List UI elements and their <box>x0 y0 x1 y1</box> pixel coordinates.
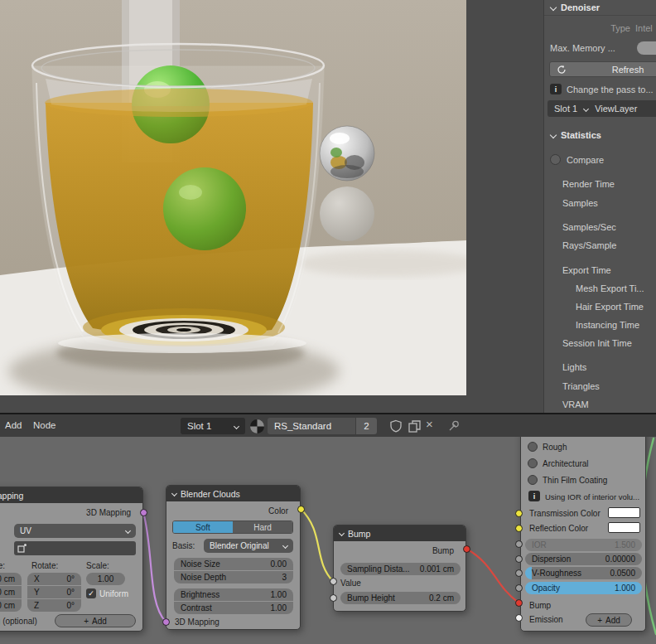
clouds-node-header[interactable]: Blender Clouds <box>166 486 300 501</box>
users-count-button[interactable]: 2 <box>356 418 377 434</box>
bump-output-label: Bump <box>432 546 454 555</box>
viewlayer-value[interactable]: ViewLayer <box>595 104 637 114</box>
chevron-down-icon <box>550 4 557 11</box>
slot-value[interactable]: Slot 1 <box>554 104 577 114</box>
node-menu[interactable]: Node <box>33 420 56 430</box>
soft-button[interactable]: Soft <box>173 521 233 533</box>
reflection-color-swatch[interactable] <box>608 522 640 533</box>
emission-add-button[interactable]: + Add <box>586 613 632 627</box>
basis-value: Blender Original <box>210 541 269 550</box>
slot-dropdown-value: Slot 1 <box>187 421 211 431</box>
compare-toggle-circle[interactable] <box>550 154 561 165</box>
transmission-input-socket[interactable] <box>515 510 523 517</box>
rotate-label: Rotate: <box>31 561 58 570</box>
wire-purple <box>143 512 166 622</box>
bump-output-socket[interactable] <box>463 545 470 553</box>
thin-film-toggle[interactable] <box>528 475 538 485</box>
translate-y-field[interactable]: 0 cm <box>0 586 22 598</box>
rotate-y-field[interactable]: Y0° <box>27 586 81 598</box>
mapping-output-socket[interactable] <box>140 509 147 516</box>
sampling-distance-slider[interactable]: Sampling Dista...0.001 cm <box>340 563 461 575</box>
translate-z-field[interactable]: 0 cm <box>0 599 22 612</box>
reflection-input-socket[interactable] <box>515 525 523 532</box>
mapping-node[interactable]: Mapping 3D Mapping UV Object: Translate:… <box>0 487 143 632</box>
mapping-add-label: Add <box>92 617 107 626</box>
v-roughness-input-socket[interactable] <box>515 569 523 577</box>
statistics-section-header[interactable]: Statistics <box>551 130 656 140</box>
object-icon <box>17 543 27 554</box>
architectural-toggle[interactable] <box>528 458 538 468</box>
slot-layer-selector[interactable]: Slot 1 ViewLayer <box>547 100 656 117</box>
mapping-add-button[interactable]: + Add <box>55 614 136 627</box>
stat-instancing: Instancing Time <box>576 320 639 330</box>
rotate-x-field[interactable]: X0° <box>27 573 81 585</box>
basis-dropdown[interactable]: Blender Original <box>204 539 293 553</box>
shield-icon[interactable] <box>389 419 403 433</box>
transmission-color-swatch[interactable] <box>608 507 640 518</box>
material-bump-input-socket[interactable] <box>515 599 523 607</box>
uniform-label: Uniform <box>99 589 128 598</box>
material-bump-label: Bump <box>529 601 551 610</box>
dispersion-input-socket[interactable] <box>515 555 523 563</box>
opacity-input-socket[interactable] <box>515 584 523 592</box>
emission-input-socket[interactable] <box>515 614 523 622</box>
chevron-down-icon <box>282 543 288 549</box>
translate-label: Translate: <box>0 561 5 570</box>
ior-slider[interactable]: IOR1.500 <box>525 539 642 551</box>
render-viewport: Denoiser Type Intel Max. Memory ... Refr… <box>0 0 656 413</box>
hard-button[interactable]: Hard <box>233 521 292 533</box>
scale-field[interactable]: 1.00 <box>86 573 125 585</box>
denoiser-title: Denoiser <box>561 2 600 12</box>
material-name-field[interactable]: RS_Standard <box>268 418 355 434</box>
duplicate-icon[interactable] <box>408 419 422 433</box>
v-roughness-slider[interactable]: V-Roughness0.0500 <box>525 567 642 579</box>
contrast-slider[interactable]: Contrast1.00 <box>174 602 293 614</box>
clouds-color-output-socket[interactable] <box>297 506 305 513</box>
bump-height-input-socket[interactable] <box>330 594 337 602</box>
dispersion-slider[interactable]: Dispersion0.00000 <box>525 553 642 565</box>
translate-x-field[interactable]: 0 cm <box>0 573 22 585</box>
slot-dropdown[interactable]: Slot 1 <box>181 418 245 434</box>
bump-node[interactable]: Bump Bump Sampling Dista...0.001 cm Valu… <box>333 525 466 612</box>
check-icon: ✓ <box>88 589 94 598</box>
bump-value-input-socket[interactable] <box>330 578 337 585</box>
blender-clouds-node[interactable]: Blender Clouds Color Soft Hard Basis: Bl… <box>166 485 301 630</box>
divider <box>544 15 656 16</box>
noise-size-slider[interactable]: Noise Size0.00 <box>174 558 293 570</box>
mapping-node-title: Mapping <box>0 491 23 501</box>
rough-toggle[interactable] <box>528 442 538 452</box>
material-node[interactable]: Rough Architectural Thin Film Coating i … <box>520 437 646 632</box>
info-row: i Change the pass to... <box>550 84 656 94</box>
uniform-checkbox[interactable]: ✓ <box>86 588 96 598</box>
soft-hard-toggle[interactable]: Soft Hard <box>172 521 293 534</box>
brightness-slider[interactable]: Brightness1.00 <box>174 588 293 601</box>
ior-info-text: Using IOR of interior volu... <box>545 492 643 501</box>
object-field[interactable] <box>14 541 136 555</box>
ior-input-socket[interactable] <box>515 540 523 548</box>
stat-vram: VRAM <box>562 399 589 409</box>
chevron-down-icon <box>583 105 589 111</box>
bump-node-header[interactable]: Bump <box>334 525 465 541</box>
denoiser-section-header[interactable]: Denoiser <box>551 2 656 12</box>
node-editor-canvas[interactable]: Mapping 3D Mapping UV Object: Translate:… <box>0 437 656 644</box>
stat-triangles: Triangles <box>562 381 600 391</box>
stat-samples: Samples <box>562 198 598 208</box>
rotate-z-field[interactable]: Z0° <box>27 599 81 612</box>
pin-icon[interactable] <box>447 419 461 433</box>
thin-film-label: Thin Film Coating <box>543 476 607 485</box>
refresh-button[interactable]: Refresh <box>549 61 656 77</box>
noise-depth-slider[interactable]: Noise Depth3 <box>174 571 293 583</box>
max-memory-field[interactable] <box>637 41 656 55</box>
clouds-mapping-input-socket[interactable] <box>162 618 170 626</box>
unlink-icon[interactable]: × <box>426 417 433 431</box>
compare-toggle[interactable]: Compare <box>550 154 604 165</box>
bump-height-slider[interactable]: Bump Height0.2 cm <box>340 592 461 604</box>
coordinates-dropdown[interactable]: UV <box>14 524 136 538</box>
opacity-slider[interactable]: Opacity1.000 <box>525 582 642 594</box>
mapping-node-header[interactable]: Mapping <box>0 487 142 503</box>
bump-node-title: Bump <box>348 529 370 539</box>
denoiser-type-value[interactable]: Intel <box>635 23 656 33</box>
clouds-node-title: Blender Clouds <box>181 489 240 499</box>
add-menu[interactable]: Add <box>5 420 22 430</box>
clouds-input-label: 3D Mapping <box>175 617 219 627</box>
